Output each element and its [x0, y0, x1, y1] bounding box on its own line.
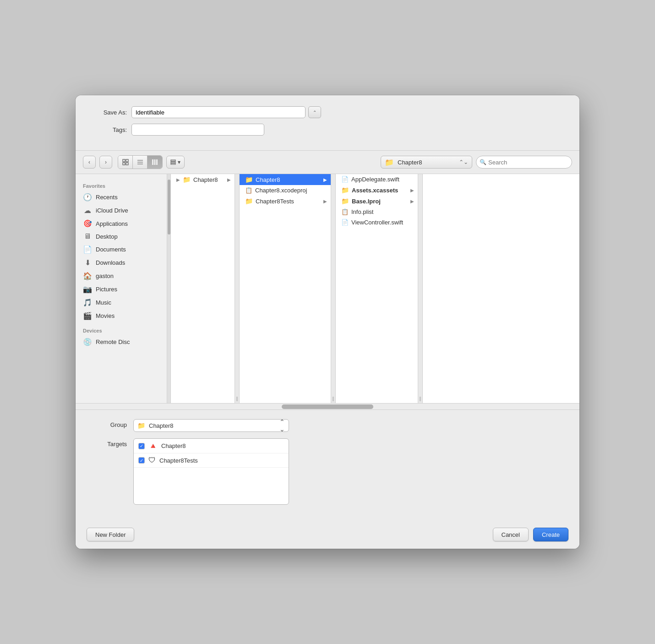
resizer-1[interactable]: ‖: [235, 174, 240, 403]
target-chapter8-icon: 🔺: [148, 442, 158, 450]
col3-info-plist[interactable]: 📋 Info.plist: [336, 207, 418, 217]
svg-rect-11: [171, 162, 175, 163]
forward-button[interactable]: ›: [99, 156, 112, 169]
location-select[interactable]: 📁 Chapter8 ⌃⌄: [381, 156, 472, 169]
new-folder-button[interactable]: New Folder: [87, 528, 134, 541]
col3-viewcontroller[interactable]: 📄 ViewController.swift: [336, 217, 418, 228]
pictures-icon: 📷: [83, 285, 92, 294]
group-folder-icon: 📁: [137, 422, 145, 429]
save-as-row: Save As: ⌃: [90, 106, 565, 118]
col3-assets-arrow: ▶: [410, 188, 414, 193]
sidebar-item-remote-disc-label: Remote Disc: [96, 338, 130, 345]
col2-chapter8-name: Chapter8: [256, 176, 321, 183]
sidebar-item-gaston[interactable]: 🏠 gaston: [76, 269, 167, 283]
col3-base-folder-icon: 📁: [341, 197, 349, 205]
svg-rect-1: [126, 159, 128, 162]
sidebar-scrollbar[interactable]: [167, 174, 171, 403]
col1-chapter8[interactable]: ▶ 📁 Chapter8 ▶: [171, 174, 235, 185]
gaston-icon: 🏠: [83, 272, 92, 280]
col3-assets-name: Assets.xcassets: [352, 187, 408, 194]
col2-chapter8[interactable]: 📁 Chapter8 ▶: [240, 174, 331, 185]
svg-rect-12: [171, 164, 175, 165]
svg-rect-3: [126, 163, 128, 165]
sidebar-item-pictures-label: Pictures: [96, 286, 117, 293]
group-select-arrows: ⌃⌄: [279, 418, 285, 433]
col3-base-lproj[interactable]: 📁 Base.lproj ▶: [336, 196, 418, 207]
col2-chapter8tests[interactable]: 📁 Chapter8Tests ▶: [240, 196, 331, 207]
save-as-label: Save As:: [90, 109, 127, 116]
music-icon: 🎵: [83, 298, 92, 307]
sidebar-item-icloud[interactable]: ☁ iCloud Drive: [76, 204, 167, 217]
movies-icon: 🎬: [83, 311, 92, 320]
svg-rect-9: [156, 159, 158, 165]
svg-rect-10: [171, 160, 175, 161]
col1-arrow-right: ▶: [227, 177, 231, 182]
expand-icon: ⌃: [313, 110, 317, 115]
tags-input[interactable]: [131, 124, 264, 136]
col3-assets[interactable]: 📁 Assets.xcassets ▶: [336, 185, 418, 196]
target-chapter8tests-checkbox[interactable]: ✓: [138, 457, 145, 464]
location-name: Chapter8: [398, 159, 422, 166]
cancel-button[interactable]: Cancel: [493, 528, 529, 541]
sidebar-scrollbar-thumb: [168, 180, 170, 235]
sidebar-item-recents-label: Recents: [96, 194, 118, 201]
sidebar-item-documents-label: Documents: [96, 246, 126, 253]
recents-icon: 🕐: [83, 193, 92, 202]
save-as-input[interactable]: [131, 106, 306, 118]
col3-appdelegate[interactable]: 📄 AppDelegate.swift: [336, 174, 418, 185]
sidebar-item-desktop-label: Desktop: [96, 233, 118, 240]
targets-list: ✓ 🔺 Chapter8 ✓ 🛡 Chapter8Tests: [133, 438, 289, 505]
location-folder-icon: 📁: [385, 158, 394, 167]
col3-swift-icon: 📄: [341, 176, 349, 183]
col2-arrow: ▶: [323, 177, 327, 182]
col2-tests-arrow: ▶: [323, 199, 327, 204]
create-button[interactable]: Create: [533, 528, 568, 541]
tags-label: Tags:: [90, 126, 127, 133]
col3-viewcontroller-name: ViewController.swift: [351, 219, 414, 226]
sidebar-item-applications[interactable]: 🎯 Applications: [76, 217, 167, 230]
resizer-handle-3: ‖: [419, 396, 421, 401]
sidebar-item-desktop[interactable]: 🖥 Desktop: [76, 230, 167, 243]
forward-icon: ›: [105, 159, 107, 165]
new-folder-label: New Folder: [95, 531, 126, 538]
bottom-section: Group 📁 Chapter8 ⌃⌄ Targets ✓ 🔺 Chapter8…: [76, 409, 579, 522]
location-chevron: ⌃⌄: [459, 159, 468, 165]
targets-label: Targets: [90, 438, 127, 448]
sidebar-item-recents[interactable]: 🕐 Recents: [76, 191, 167, 204]
horizontal-scrollbar[interactable]: [76, 403, 579, 409]
sidebar-item-remote-disc[interactable]: 💿 Remote Disc: [76, 335, 167, 349]
svg-rect-0: [123, 159, 125, 162]
resizer-2[interactable]: ‖: [331, 174, 336, 403]
sidebar-item-documents[interactable]: 📄 Documents: [76, 243, 167, 256]
col2-xcodeproj-icon: 📋: [245, 187, 252, 194]
resizer-3[interactable]: ‖: [418, 174, 423, 403]
target-chapter8-checkbox[interactable]: ✓: [138, 443, 145, 449]
sidebar-item-downloads[interactable]: ⬇ Downloads: [76, 256, 167, 269]
tags-row: Tags:: [90, 124, 565, 136]
col1-folder-icon: 📁: [183, 176, 191, 183]
col3-assets-folder-icon: 📁: [341, 186, 349, 194]
expand-button[interactable]: ⌃: [308, 106, 321, 118]
toolbar: ‹ ›: [76, 151, 579, 174]
search-input[interactable]: [476, 156, 572, 169]
view-list-button[interactable]: [133, 156, 147, 169]
sidebar-item-icloud-label: iCloud Drive: [96, 207, 128, 214]
group-select-value: Chapter8: [149, 422, 173, 429]
cancel-label: Cancel: [502, 531, 520, 538]
grid-icon: [122, 159, 129, 165]
col3-appdelegate-name: AppDelegate.swift: [351, 176, 414, 183]
main-area: Favorites 🕐 Recents ☁ iCloud Drive 🎯 App…: [76, 174, 579, 403]
view-icon-button[interactable]: [118, 156, 133, 169]
sidebar-item-music[interactable]: 🎵 Music: [76, 296, 167, 309]
sidebar-item-movies-label: Movies: [96, 312, 115, 319]
view-columns-button[interactable]: [147, 156, 162, 169]
sidebar-item-pictures[interactable]: 📷 Pictures: [76, 283, 167, 296]
col2-xcodeproj[interactable]: 📋 Chapter8.xcodeproj: [240, 185, 331, 196]
back-button[interactable]: ‹: [83, 156, 96, 169]
group-label: Group: [90, 419, 127, 428]
sidebar-item-movies[interactable]: 🎬 Movies: [76, 309, 167, 322]
documents-icon: 📄: [83, 245, 92, 254]
group-select[interactable]: 📁 Chapter8 ⌃⌄: [133, 419, 289, 432]
col1-arrow-left: ▶: [176, 177, 180, 182]
arrange-button[interactable]: ▾: [166, 156, 185, 169]
